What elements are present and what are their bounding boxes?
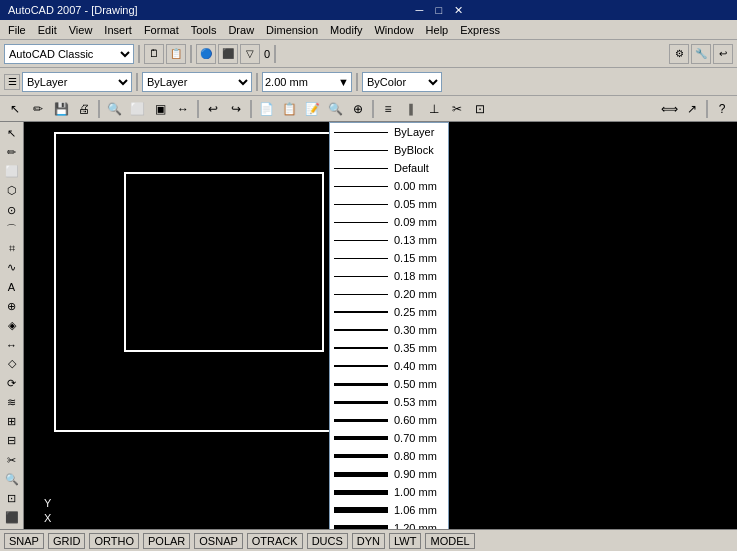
- tool-btn-18[interactable]: ⊥: [423, 99, 445, 119]
- tool-btn-22[interactable]: ↗: [681, 99, 703, 119]
- lw-option[interactable]: 0.09 mm: [330, 213, 448, 231]
- lw-option[interactable]: 0.40 mm: [330, 357, 448, 375]
- left-btn-7[interactable]: ⌗: [2, 239, 22, 257]
- left-btn-11[interactable]: ◈: [2, 316, 22, 334]
- left-btn-16[interactable]: ⊞: [2, 413, 22, 431]
- menu-item-file[interactable]: File: [2, 22, 32, 38]
- status-ortho[interactable]: ORTHO: [89, 533, 139, 549]
- lw-option[interactable]: 0.80 mm: [330, 447, 448, 465]
- tool-btn-9[interactable]: ↩: [202, 99, 224, 119]
- left-btn-1[interactable]: ↖: [2, 124, 22, 142]
- menu-item-insert[interactable]: Insert: [98, 22, 138, 38]
- lw-option[interactable]: 0.50 mm: [330, 375, 448, 393]
- menu-item-help[interactable]: Help: [420, 22, 455, 38]
- menu-item-window[interactable]: Window: [368, 22, 419, 38]
- icon-btn-2[interactable]: 📋: [166, 44, 186, 64]
- left-btn-8[interactable]: ∿: [2, 259, 22, 277]
- status-model[interactable]: MODEL: [425, 533, 474, 549]
- tool-btn-2[interactable]: ✏: [27, 99, 49, 119]
- left-btn-21[interactable]: ⬛: [2, 509, 22, 527]
- menu-item-tools[interactable]: Tools: [185, 22, 223, 38]
- left-btn-12[interactable]: ↔: [2, 336, 22, 354]
- linetype-select[interactable]: ByLayer: [142, 72, 252, 92]
- tool-btn-3[interactable]: 💾: [50, 99, 72, 119]
- tool-btn-8[interactable]: ↔: [172, 99, 194, 119]
- lw-option[interactable]: 0.30 mm: [330, 321, 448, 339]
- left-btn-18[interactable]: ✂: [2, 451, 22, 469]
- left-btn-6[interactable]: ⌒: [2, 220, 22, 238]
- left-btn-9[interactable]: A: [2, 278, 22, 296]
- window-controls[interactable]: ─ □ ✕: [409, 4, 466, 17]
- lw-option[interactable]: 0.05 mm: [330, 195, 448, 213]
- lw-option[interactable]: 0.90 mm: [330, 465, 448, 483]
- menu-item-draw[interactable]: Draw: [222, 22, 260, 38]
- tool-btn-10[interactable]: ↪: [225, 99, 247, 119]
- tool-btn-12[interactable]: 📋: [278, 99, 300, 119]
- lw-option[interactable]: 0.20 mm: [330, 285, 448, 303]
- tool-btn-7[interactable]: ▣: [149, 99, 171, 119]
- lw-option[interactable]: 0.53 mm: [330, 393, 448, 411]
- tool-btn-1[interactable]: ↖: [4, 99, 26, 119]
- lw-option[interactable]: 0.00 mm: [330, 177, 448, 195]
- menu-item-edit[interactable]: Edit: [32, 22, 63, 38]
- icon-btn-1[interactable]: 🗒: [144, 44, 164, 64]
- status-otrack[interactable]: OTRACK: [247, 533, 303, 549]
- lw-option[interactable]: 0.15 mm: [330, 249, 448, 267]
- status-osnap[interactable]: OSNAP: [194, 533, 243, 549]
- left-btn-20[interactable]: ⊡: [2, 489, 22, 507]
- status-polar[interactable]: POLAR: [143, 533, 190, 549]
- tool-btn-6[interactable]: ⬜: [126, 99, 148, 119]
- menu-item-modify[interactable]: Modify: [324, 22, 368, 38]
- tool-btn-17[interactable]: ∥: [400, 99, 422, 119]
- lineweight-select[interactable]: 2.00 mm ▼: [262, 72, 352, 92]
- tool-btn-11[interactable]: 📄: [255, 99, 277, 119]
- icon-btn-4[interactable]: ⬛: [218, 44, 238, 64]
- color-select[interactable]: ByColor: [362, 72, 442, 92]
- tool-btn-19[interactable]: ✂: [446, 99, 468, 119]
- left-btn-13[interactable]: ◇: [2, 355, 22, 373]
- icon-btn-5[interactable]: ▽: [240, 44, 260, 64]
- tool-btn-20[interactable]: ⊡: [469, 99, 491, 119]
- left-btn-19[interactable]: 🔍: [2, 470, 22, 488]
- tool-btn-4[interactable]: 🖨: [73, 99, 95, 119]
- lw-option[interactable]: 0.13 mm: [330, 231, 448, 249]
- menu-item-view[interactable]: View: [63, 22, 99, 38]
- lw-option[interactable]: 0.60 mm: [330, 411, 448, 429]
- menu-item-dimension[interactable]: Dimension: [260, 22, 324, 38]
- tool-btn-16[interactable]: ≡: [377, 99, 399, 119]
- tool-btn-23[interactable]: ?: [711, 99, 733, 119]
- tool-btn-14[interactable]: 🔍: [324, 99, 346, 119]
- lw-option[interactable]: 0.18 mm: [330, 267, 448, 285]
- lw-option[interactable]: ByBlock: [330, 141, 448, 159]
- tool-btn-5[interactable]: 🔍: [103, 99, 125, 119]
- icon-btn-3[interactable]: 🔵: [196, 44, 216, 64]
- lw-option[interactable]: ByLayer: [330, 123, 448, 141]
- left-btn-14[interactable]: ⟳: [2, 374, 22, 392]
- lw-option[interactable]: 0.25 mm: [330, 303, 448, 321]
- layer-select[interactable]: ByLayer: [22, 72, 132, 92]
- tool-btn-13[interactable]: 📝: [301, 99, 323, 119]
- drawing-canvas[interactable]: Y X ByLayerByBlockDefault0.00 mm0.05 mm0…: [24, 122, 737, 529]
- left-btn-10[interactable]: ⊕: [2, 297, 22, 315]
- status-snap[interactable]: SNAP: [4, 533, 44, 549]
- left-btn-17[interactable]: ⊟: [2, 432, 22, 450]
- left-btn-5[interactable]: ⊙: [2, 201, 22, 219]
- lw-option[interactable]: 1.20 mm: [330, 519, 448, 529]
- lw-option[interactable]: Default: [330, 159, 448, 177]
- left-btn-4[interactable]: ⬡: [2, 182, 22, 200]
- tool-btn-21[interactable]: ⟺: [658, 99, 680, 119]
- lw-option[interactable]: 1.06 mm: [330, 501, 448, 519]
- lw-option[interactable]: 0.35 mm: [330, 339, 448, 357]
- lw-option[interactable]: 0.70 mm: [330, 429, 448, 447]
- layer-icon-btn[interactable]: ☰: [4, 74, 20, 90]
- workspace-select[interactable]: AutoCAD Classic: [4, 44, 134, 64]
- lw-option[interactable]: 1.00 mm: [330, 483, 448, 501]
- status-ducs[interactable]: DUCS: [307, 533, 348, 549]
- left-btn-2[interactable]: ✏: [2, 143, 22, 161]
- menu-item-format[interactable]: Format: [138, 22, 185, 38]
- status-grid[interactable]: GRID: [48, 533, 86, 549]
- menu-item-express[interactable]: Express: [454, 22, 506, 38]
- left-btn-15[interactable]: ≋: [2, 393, 22, 411]
- left-btn-3[interactable]: ⬜: [2, 162, 22, 180]
- icon-btn-6[interactable]: ⚙: [669, 44, 689, 64]
